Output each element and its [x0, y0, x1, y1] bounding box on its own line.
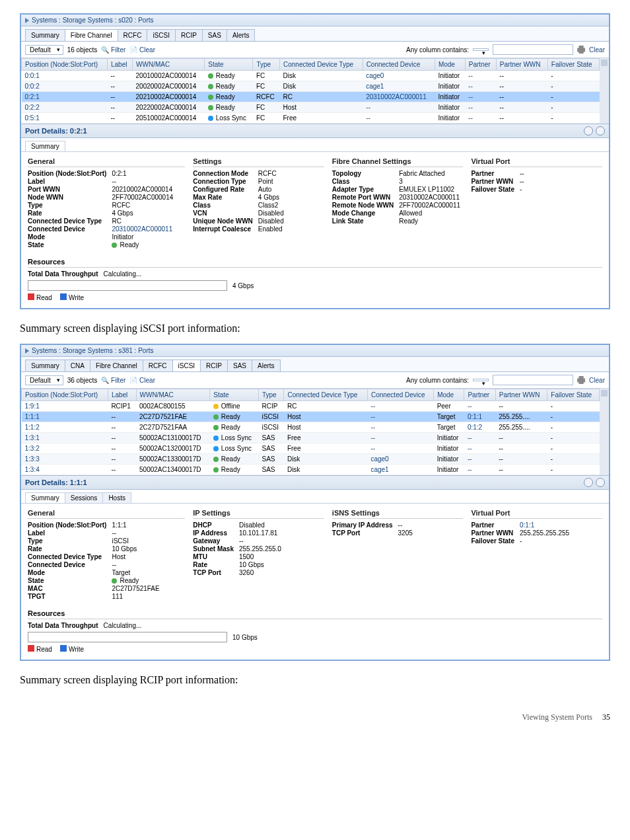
- col-partner[interactable]: Partner: [465, 59, 496, 71]
- cell: --: [496, 81, 547, 92]
- cell: --: [108, 465, 136, 475]
- clear-link[interactable]: 📄 Clear: [129, 46, 155, 54]
- tab-summary[interactable]: Summary: [25, 360, 65, 371]
- cell: --: [495, 443, 547, 454]
- printer-icon[interactable]: [577, 46, 585, 54]
- clear-link[interactable]: 📄 Clear: [129, 377, 155, 384]
- col-type[interactable]: Type: [258, 389, 283, 401]
- search-input[interactable]: [493, 44, 573, 55]
- table-row[interactable]: 1:1:2--2C27D7521FAAReadyiSCSIHost--Targe…: [22, 422, 600, 433]
- tab-summary[interactable]: Summary: [25, 29, 65, 41]
- cell: -: [547, 113, 599, 124]
- filter-link[interactable]: 🔍 Filter: [101, 46, 125, 54]
- anycol-dropdown[interactable]: [473, 48, 489, 51]
- search-input[interactable]: [493, 375, 573, 385]
- printer-icon[interactable]: [577, 376, 585, 384]
- settings-heading: Settings: [193, 157, 324, 167]
- cell: Disk: [284, 465, 367, 475]
- refresh-icon[interactable]: [584, 478, 593, 487]
- col-label[interactable]: Label: [107, 59, 132, 71]
- tab-sas[interactable]: SAS: [227, 360, 252, 371]
- subtab-sessions[interactable]: Sessions: [65, 492, 104, 503]
- col-state[interactable]: State: [210, 389, 259, 401]
- tab-alerts[interactable]: Alerts: [227, 29, 256, 41]
- table-row[interactable]: 1:3:4--50002AC13400017DReadySASDiskcage1…: [22, 465, 600, 475]
- col-partner[interactable]: Partner: [464, 389, 495, 401]
- col-mode[interactable]: Mode: [434, 389, 464, 401]
- clear-search[interactable]: Clear: [589, 377, 605, 384]
- cell: --: [108, 412, 136, 422]
- col-pwwn[interactable]: Partner WWN: [496, 59, 547, 71]
- cell: Offline: [210, 401, 259, 412]
- tab-fibre-channel[interactable]: Fibre Channel: [90, 360, 143, 371]
- cell: 2C27D7521FAE: [136, 412, 210, 422]
- col-mode[interactable]: Mode: [435, 59, 465, 71]
- col-fo[interactable]: Failover State: [547, 389, 600, 401]
- cell: FC: [253, 71, 280, 81]
- clear-search[interactable]: Clear: [589, 46, 605, 54]
- col-fo[interactable]: Failover State: [547, 59, 599, 71]
- cell: --: [108, 433, 136, 443]
- kv-value: 1:1:1: [112, 521, 185, 529]
- kv-value: 1500: [239, 553, 324, 560]
- col-label[interactable]: Label: [108, 389, 136, 401]
- view-dropdown[interactable]: Default: [25, 45, 63, 55]
- table-row[interactable]: 1:3:1--50002AC13100017DLoss SyncSASFree-…: [22, 433, 600, 443]
- kv-key: Class: [332, 178, 394, 185]
- col-position[interactable]: Position (Node:Slot:Port): [22, 389, 108, 401]
- expand-icon[interactable]: [596, 126, 605, 135]
- table-row[interactable]: 0:2:1--20210002AC000014ReadyRCFCRC203100…: [22, 92, 600, 102]
- col-cd[interactable]: Connected Device: [367, 389, 433, 401]
- col-state[interactable]: State: [205, 59, 253, 71]
- kv-key: Connection Mode: [193, 170, 253, 177]
- tab-sas[interactable]: SAS: [202, 29, 227, 41]
- table-row[interactable]: 1:3:2--50002AC13200017DLoss SyncSASFree-…: [22, 443, 600, 454]
- cell: SAS: [258, 454, 283, 465]
- table-row[interactable]: 1:3:3--50002AC13300017DReadySASDiskcage0…: [22, 454, 600, 465]
- tab-alerts[interactable]: Alerts: [252, 360, 281, 371]
- subtab-summary[interactable]: Summary: [25, 141, 65, 151]
- col-cd[interactable]: Connected Device: [363, 59, 435, 71]
- table-row[interactable]: 0:0:2--20020002AC000014ReadyFCDiskcage1I…: [22, 81, 600, 92]
- col-cdt[interactable]: Connected Device Type: [284, 389, 367, 401]
- table-row[interactable]: 1:1:1--2C27D7521FAEReadyiSCSIHost--Targe…: [22, 412, 600, 422]
- col-type[interactable]: Type: [253, 59, 280, 71]
- table-scroll-area: Position (Node:Slot:Port) Label WWN/MAC …: [21, 389, 609, 475]
- port-details-title: Port Details: 0:2:1: [25, 127, 87, 135]
- kv-value: Disabled: [258, 210, 324, 217]
- cell: Initiator: [435, 92, 465, 102]
- filter-link[interactable]: 🔍 Filter: [101, 377, 125, 384]
- col-cdt[interactable]: Connected Device Type: [280, 59, 363, 71]
- tab-iscsi[interactable]: iSCSI: [172, 360, 201, 371]
- cell: --: [363, 113, 435, 124]
- tab-rcip[interactable]: RCIP: [175, 29, 203, 41]
- col-position[interactable]: Position (Node:Slot:Port): [22, 59, 108, 71]
- tab-cna[interactable]: CNA: [65, 360, 90, 371]
- throughput-bar: [28, 632, 227, 642]
- cell: -: [547, 71, 599, 81]
- subtab-summary[interactable]: Summary: [25, 492, 65, 503]
- subtab-hosts[interactable]: Hosts: [102, 492, 131, 503]
- view-dropdown[interactable]: Default: [25, 375, 63, 385]
- refresh-icon[interactable]: [584, 126, 593, 135]
- table-row[interactable]: 0:2:2--20220002AC000014ReadyFCHost--Init…: [22, 102, 600, 113]
- anycol-dropdown[interactable]: [473, 379, 489, 381]
- kv-value: 10 Gbps: [112, 545, 185, 553]
- tab-rcip[interactable]: RCIP: [200, 360, 228, 371]
- cell: --: [495, 454, 547, 465]
- kv-value: iSCSI: [112, 537, 185, 545]
- tab-iscsi[interactable]: iSCSI: [147, 29, 176, 41]
- tab-rcfc[interactable]: RCFC: [143, 360, 173, 371]
- col-wwn[interactable]: WWN/MAC: [136, 389, 210, 401]
- table-row[interactable]: 0:0:1--20010002AC000014ReadyFCDiskcage0I…: [22, 71, 600, 81]
- expand-icon[interactable]: [596, 478, 605, 487]
- col-wwn[interactable]: WWN/MAC: [133, 59, 205, 71]
- col-pwwn[interactable]: Partner WWN: [495, 389, 547, 401]
- kv-key: MTU: [193, 553, 234, 560]
- table-row[interactable]: 1:9:1RCIP10002AC800155OfflineRCIPRC--Pee…: [22, 401, 600, 412]
- cell: --: [464, 465, 495, 475]
- tab-rcfc[interactable]: RCFC: [118, 29, 148, 41]
- table-row[interactable]: 0:5:1--20510002AC000014Loss SyncFCFree--…: [22, 113, 600, 124]
- kv-key: Subnet Mask: [193, 545, 234, 553]
- tab-fibre-channel[interactable]: Fibre Channel: [65, 29, 118, 41]
